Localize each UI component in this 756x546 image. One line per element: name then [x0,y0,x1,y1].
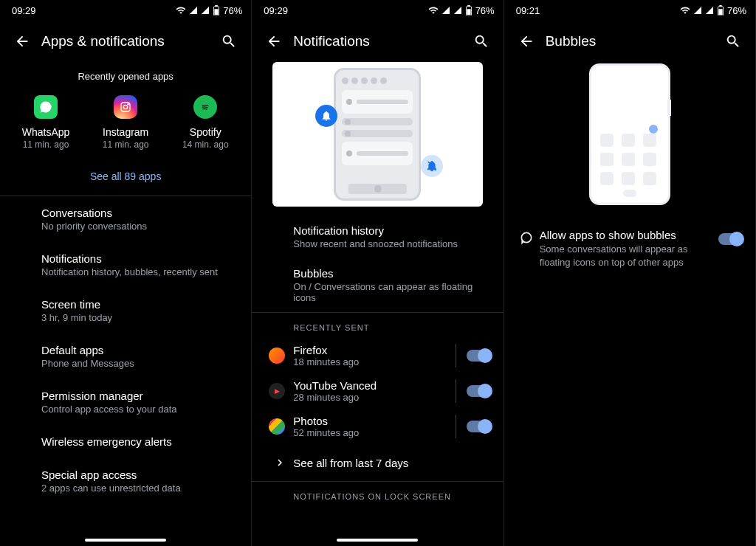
recent-apps-row: WhatsApp 11 min. ago Instagram 11 min. a… [0,95,251,160]
see-all-7-days-link[interactable]: See all from last 7 days [252,444,503,481]
recent-app-spotify[interactable]: Spotify 14 min. ago [170,95,241,150]
appbar: Notifications [252,21,503,62]
screen-apps-notifications: 09:29 76% Apps & notifications Recently … [0,0,252,546]
screen-notifications: 09:29 76% Notifications [252,0,504,546]
status-bar: 09:21 76% [504,0,755,21]
page-title: Apps & notifications [37,33,214,49]
setting-title: Notification history [293,224,491,237]
arrow-back-icon [518,33,535,49]
gesture-nav-pill[interactable] [85,539,166,542]
signal-icon [189,6,198,15]
appbar: Bubbles [504,21,755,62]
instagram-icon [114,95,137,119]
app-name: Spotify [190,126,221,138]
svg-rect-8 [467,9,470,15]
page-title: Bubbles [541,33,718,49]
setting-title: Permission manager [41,390,239,402]
lock-screen-section-label: NOTIFICATIONS ON LOCK SCREEN [252,482,503,507]
wifi-icon [176,5,186,15]
battery-percent: 76% [223,5,242,16]
setting-wireless-alerts[interactable]: Wireless emergency alerts [0,425,251,458]
gesture-nav-pill[interactable] [337,539,418,542]
setting-title: Special app access [41,469,239,481]
setting-title: Screen time [41,298,239,311]
signal-icon [441,6,450,15]
appbar: Apps & notifications [0,21,251,62]
setting-bubbles[interactable]: Bubbles On / Conversations can appear as… [252,258,503,312]
notif-toggle[interactable] [467,385,492,397]
setting-notifications[interactable]: Notifications Notification history, bubb… [0,242,251,288]
setting-conversations[interactable]: Conversations No priority conversations [0,196,251,242]
battery-icon [465,5,472,15]
recent-notif-photos[interactable]: Photos 52 minutes ago [252,409,503,444]
status-time: 09:21 [516,5,540,16]
setting-title: Wireless emergency alerts [41,435,239,448]
app-name: Instagram [103,126,148,138]
svg-point-13 [521,232,531,242]
status-time: 09:29 [12,5,36,16]
setting-allow-bubbles[interactable]: Allow apps to show bubbles Some conversa… [504,220,755,278]
recently-opened-header: Recently opened apps [0,62,251,95]
app-name: WhatsApp [22,126,70,138]
setting-notification-history[interactable]: Notification history Show recent and sno… [252,215,503,258]
wifi-icon [680,5,690,15]
svg-rect-11 [718,9,722,15]
bubble-chat-icon [513,229,540,245]
setting-title: Allow apps to show bubbles [540,229,711,241]
whatsapp-icon [34,95,58,119]
notif-time: 52 minutes ago [293,427,444,438]
recent-notif-youtube-vanced[interactable]: YouTube Vanced 28 minutes ago [252,373,503,409]
setting-title: Default apps [41,344,239,356]
notif-app-name: Photos [293,415,444,427]
search-icon [221,33,237,49]
bubbles-illustration [585,62,674,207]
setting-permission-manager[interactable]: Permission manager Control app access to… [0,379,251,425]
see-all-label: See all from last 7 days [293,457,408,469]
battery-icon [213,5,220,15]
recent-app-instagram[interactable]: Instagram 11 min. ago [90,95,161,150]
status-icons: 76% [428,5,495,16]
divider [456,415,456,438]
status-time: 09:29 [264,5,288,16]
arrow-back-icon [266,33,282,49]
arrow-back-icon [14,33,30,49]
allow-bubbles-toggle[interactable] [718,233,743,245]
divider [456,379,456,403]
setting-special-app-access[interactable]: Special app access 2 apps can use unrest… [0,458,251,504]
search-icon [725,33,741,49]
search-button[interactable] [467,27,496,56]
app-time: 11 min. ago [23,139,69,150]
back-button[interactable] [512,27,541,56]
app-time: 11 min. ago [103,139,149,150]
svg-rect-1 [215,9,219,15]
recent-app-whatsapp[interactable]: WhatsApp 11 min. ago [10,95,81,150]
setting-subtitle: On / Conversations can appear as floatin… [293,281,491,303]
setting-title: Conversations [41,207,239,219]
svg-rect-9 [467,5,470,7]
setting-subtitle: No priority conversations [41,221,239,232]
recent-notif-firefox[interactable]: Firefox 18 minutes ago [252,338,503,373]
svg-point-5 [128,104,128,105]
search-button[interactable] [718,27,748,56]
notif-toggle[interactable] [467,421,492,432]
search-icon [473,33,489,49]
setting-screen-time[interactable]: Screen time 3 hr, 9 min today [0,288,251,334]
battery-percent: 76% [727,5,746,16]
setting-default-apps[interactable]: Default apps Phone and Messages [0,334,251,379]
search-button[interactable] [214,27,244,56]
firefox-icon [269,348,285,364]
back-button[interactable] [259,27,289,56]
setting-subtitle: Some conversations will appear as floati… [540,243,711,269]
battery-icon [717,5,724,15]
screen-bubbles: 09:21 76% Bubbles [504,0,756,546]
see-all-apps-link[interactable]: See all 89 apps [0,160,251,196]
signal-icon [453,6,462,15]
status-bar: 09:29 76% [0,0,251,21]
notif-time: 28 minutes ago [293,392,444,403]
back-button[interactable] [7,27,37,56]
svg-rect-12 [719,5,722,7]
setting-subtitle: Show recent and snoozed notifications [293,238,491,249]
photos-icon [269,418,285,435]
notif-toggle[interactable] [467,350,492,362]
notif-app-name: YouTube Vanced [293,379,444,392]
